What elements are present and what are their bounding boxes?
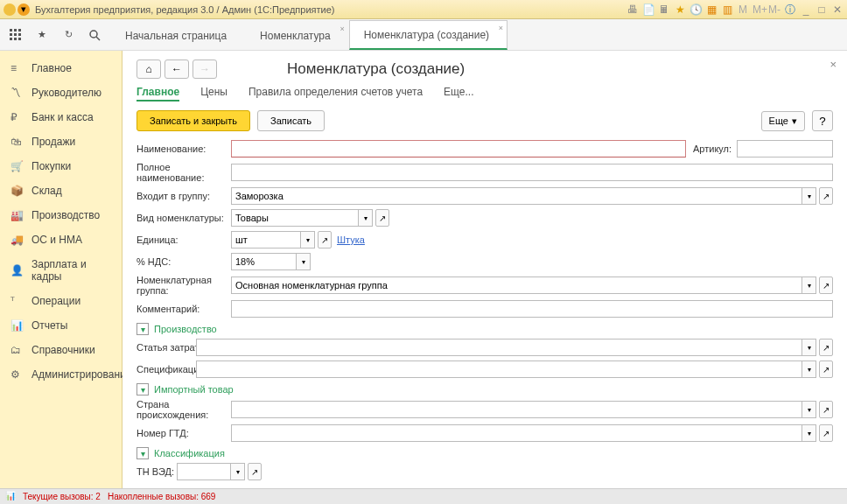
sidebar-item-reports[interactable]: 📊Отчеты — [0, 313, 122, 338]
sidebar-item-payroll[interactable]: 👤Зарплата и кадры — [0, 252, 122, 289]
more-button[interactable]: Еще▾ — [761, 111, 805, 131]
sidebar-item-purchases[interactable]: 🛒Покупки — [0, 154, 122, 178]
star-icon[interactable]: ★ — [674, 4, 686, 16]
comment-input[interactable] — [231, 300, 833, 318]
help-button[interactable]: ? — [812, 110, 833, 131]
type-dropdown-button[interactable]: ▾ — [359, 209, 373, 227]
gtd-input[interactable] — [231, 424, 802, 442]
article-input[interactable] — [737, 140, 833, 158]
tnved-open-button[interactable]: ↗ — [248, 463, 262, 480]
accum-calls: Накопленные вызовы: 669 — [108, 492, 216, 501]
forward-button[interactable]: → — [192, 60, 217, 79]
spec-input[interactable] — [196, 360, 802, 378]
sidebar-item-assets[interactable]: 🚚ОС и НМА — [0, 228, 122, 252]
clock-icon[interactable]: 🕓 — [690, 4, 702, 16]
sidebar-item-manager[interactable]: 〽Руководителю — [0, 80, 122, 105]
vat-input[interactable] — [231, 253, 297, 270]
nomgroup-dropdown-button[interactable]: ▾ — [802, 276, 816, 294]
group-dropdown-button[interactable]: ▾ — [802, 187, 816, 205]
name-input[interactable] — [231, 140, 686, 158]
classification-toggle[interactable]: ▾ — [136, 447, 149, 459]
search-icon[interactable] — [82, 23, 107, 47]
unit-input[interactable] — [231, 231, 301, 248]
folder-icon: 🗂 — [10, 344, 23, 356]
m-plus-icon[interactable]: M+ — [752, 4, 765, 16]
favorite-icon[interactable]: ★ — [30, 23, 54, 47]
tnved-input[interactable] — [177, 463, 231, 480]
group-open-button[interactable]: ↗ — [819, 187, 833, 205]
grid-icon[interactable]: ▦ — [705, 4, 718, 16]
cost-item-dropdown-button[interactable]: ▾ — [802, 339, 816, 356]
sidebar-label: Руководителю — [32, 87, 102, 99]
fullname-input[interactable] — [231, 164, 833, 181]
close-icon[interactable]: ✕ — [831, 4, 844, 16]
current-calls-value: 2 — [95, 492, 101, 501]
import-toggle[interactable]: ▾ — [136, 383, 149, 396]
apps-icon[interactable] — [4, 23, 28, 47]
type-input[interactable] — [231, 209, 359, 227]
m-minus-icon[interactable]: M- — [768, 4, 780, 16]
sidebar-item-operations[interactable]: ᵀОперации — [0, 289, 122, 313]
print-icon[interactable]: 🖶 — [626, 4, 639, 16]
nomgroup-label: Номенклатурная группа: — [136, 275, 231, 296]
unit-open-button[interactable]: ↗ — [318, 231, 332, 248]
sidebar-item-main[interactable]: ≡Главное — [0, 56, 122, 80]
sidebar-item-admin[interactable]: ⚙Администрирование — [0, 362, 122, 387]
type-open-button[interactable]: ↗ — [375, 209, 389, 227]
spec-open-button[interactable]: ↗ — [819, 360, 833, 378]
calendar-icon[interactable]: ▥ — [721, 4, 733, 16]
info-icon[interactable]: ⓘ — [784, 4, 796, 16]
sidebar-item-bank[interactable]: ₽Банк и касса — [0, 105, 122, 130]
unit-link[interactable]: Штука — [337, 234, 365, 245]
subtab-rules[interactable]: Правила определения счетов учета — [248, 84, 423, 102]
classification-title[interactable]: Классификация — [154, 448, 225, 458]
close-form-icon[interactable]: × — [830, 58, 836, 71]
cost-item-input[interactable] — [196, 339, 802, 356]
svg-line-10 — [96, 37, 100, 40]
production-toggle[interactable]: ▾ — [136, 323, 149, 335]
history-icon[interactable]: ↻ — [56, 23, 80, 47]
minimize-icon[interactable]: _ — [800, 4, 812, 16]
app-icon-dropdown[interactable]: ▾ — [18, 4, 30, 16]
origin-input[interactable] — [231, 401, 802, 418]
calc-icon[interactable]: 🖩 — [658, 4, 670, 16]
tab-close-icon[interactable]: × — [499, 24, 503, 32]
save-close-button[interactable]: Записать и закрыть — [136, 110, 250, 131]
vat-dropdown-button[interactable]: ▾ — [297, 253, 311, 270]
save-button[interactable]: Записать — [257, 110, 325, 131]
subtab-main[interactable]: Главное — [136, 84, 179, 102]
nomgroup-input[interactable] — [231, 276, 802, 294]
gtd-dropdown-button[interactable]: ▾ — [802, 424, 816, 442]
sidebar-item-catalogs[interactable]: 🗂Справочники — [0, 338, 122, 362]
tab-start-page[interactable]: Начальная страница — [110, 21, 245, 50]
back-button[interactable]: ← — [164, 60, 189, 79]
bag-icon: 🛍 — [10, 136, 23, 148]
subtab-more[interactable]: Еще... — [444, 84, 473, 102]
home-button[interactable]: ⌂ — [136, 60, 161, 79]
nomgroup-open-button[interactable]: ↗ — [819, 276, 833, 294]
m-icon[interactable]: M — [737, 4, 749, 16]
tab-label: Начальная страница — [125, 30, 227, 42]
sidebar-label: Производство — [32, 209, 100, 221]
production-title[interactable]: Производство — [154, 324, 217, 334]
gtd-open-button[interactable]: ↗ — [819, 424, 833, 442]
tab-nomenclature[interactable]: Номенклатура× — [245, 21, 349, 50]
tnved-dropdown-button[interactable]: ▾ — [231, 463, 245, 480]
subtab-prices[interactable]: Цены — [200, 84, 228, 102]
group-input[interactable] — [231, 187, 802, 205]
unit-dropdown-button[interactable]: ▾ — [301, 231, 315, 248]
svg-rect-4 — [14, 33, 17, 36]
section-classification: ▾ Классификация — [136, 447, 833, 459]
tab-nomenclature-create[interactable]: Номенклатура (создание) × — [349, 20, 508, 50]
tab-close-icon[interactable]: × — [340, 24, 344, 33]
import-title[interactable]: Импортный товар — [154, 384, 234, 395]
origin-dropdown-button[interactable]: ▾ — [802, 401, 816, 418]
maximize-icon[interactable]: □ — [816, 4, 828, 16]
origin-open-button[interactable]: ↗ — [819, 401, 833, 418]
sidebar-item-sales[interactable]: 🛍Продажи — [0, 130, 122, 154]
sidebar-item-production[interactable]: 🏭Производство — [0, 203, 122, 228]
spec-dropdown-button[interactable]: ▾ — [802, 360, 816, 378]
sidebar-item-warehouse[interactable]: 📦Склад — [0, 178, 122, 203]
cost-item-open-button[interactable]: ↗ — [819, 339, 833, 356]
file-icon[interactable]: 📄 — [642, 4, 654, 16]
